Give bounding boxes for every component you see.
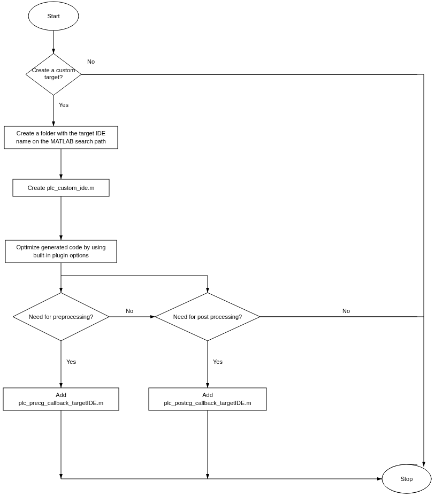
edge-d1-no <box>81 74 424 479</box>
p3-line1: Optimize generated code by using <box>17 244 106 250</box>
p5-line2: plc_postcg_callback_targetIDE.m <box>164 400 251 406</box>
d1-label-line1: Create a custom <box>32 67 75 73</box>
p4-line2: plc_precg_callback_targetIDE.m <box>19 400 103 406</box>
d3-no-label: No <box>342 308 350 314</box>
d2-label: Need for preprocessing? <box>29 314 93 320</box>
stop-label-redraw: Stop <box>401 476 413 482</box>
start-label: Start <box>47 13 59 19</box>
p1-line1: Create a folder with the target IDE <box>17 130 105 136</box>
d1-no-label: No <box>87 58 95 65</box>
d3-yes-label: Yes <box>213 358 223 365</box>
d2-no-label: No <box>126 308 133 314</box>
d3-label: Need for post processing? <box>173 314 242 320</box>
p3-line2: built-in plugin options <box>33 252 89 258</box>
d1-label-line2: target? <box>44 74 63 80</box>
d2-yes-label: Yes <box>66 358 76 365</box>
flowchart-canvas: Start Create a custom target? No Yes Cre… <box>0 0 435 504</box>
p2-label: Create plc_custom_ide.m <box>28 185 95 191</box>
d1-yes-label: Yes <box>59 102 68 108</box>
svg-rect-0 <box>417 70 433 476</box>
p5-line1: Add <box>202 392 213 398</box>
p1-line2: name on the MATLAB search path <box>16 138 106 144</box>
p4-line1: Add <box>56 392 66 398</box>
